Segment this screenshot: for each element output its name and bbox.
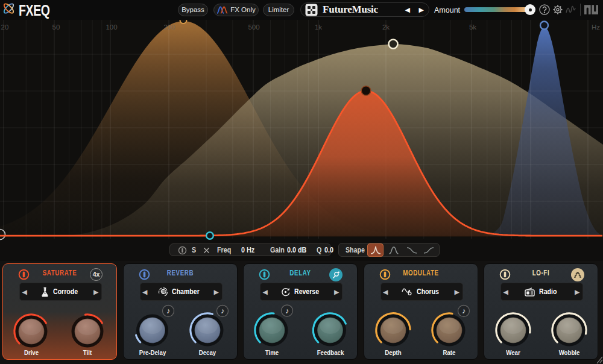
- svg-text:2k: 2k: [382, 24, 390, 31]
- svg-text:♪: ♪: [285, 307, 289, 315]
- svg-text:50: 50: [52, 24, 60, 31]
- svg-text:500: 500: [248, 24, 259, 31]
- svg-text:200: 200: [163, 24, 175, 31]
- svg-text:♪: ♪: [221, 307, 224, 315]
- svg-text:100: 100: [106, 24, 117, 31]
- svg-text:1k: 1k: [315, 24, 322, 31]
- svg-text:5k: 5k: [469, 24, 476, 31]
- svg-text:♪: ♪: [462, 307, 466, 315]
- svg-text:♪: ♪: [166, 307, 170, 315]
- svg-text:Hz: Hz: [592, 24, 600, 31]
- svg-text:20: 20: [1, 24, 9, 31]
